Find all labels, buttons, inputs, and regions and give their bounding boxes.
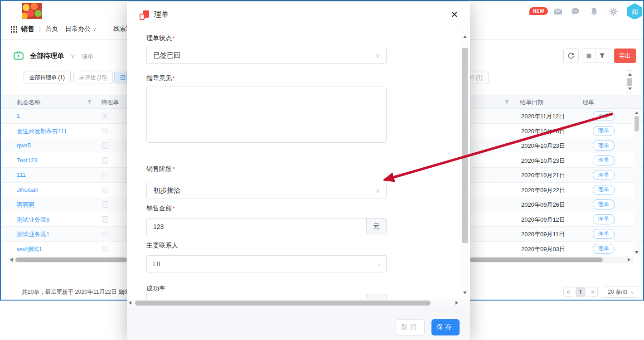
tab-evaluated-partial[interactable]: 已评 — [114, 72, 127, 83]
opportunity-link[interactable]: wwf测试1 — [17, 245, 42, 253]
rate-unit-addon: % — [366, 294, 387, 299]
opportunity-link[interactable]: 发送到发斯蒂芬111 — [17, 127, 67, 136]
process-order-button[interactable]: 理单 — [593, 111, 615, 121]
cancel-button[interactable]: 取消 — [396, 319, 425, 335]
table-hscrollbar-right[interactable] — [470, 257, 633, 263]
filter-button[interactable] — [596, 49, 609, 63]
advice-textarea[interactable] — [146, 87, 387, 143]
process-order-button[interactable]: 理单 — [593, 126, 615, 136]
scroll-down-icon[interactable] — [463, 291, 467, 294]
opportunity-link[interactable]: Jihuisan — [17, 186, 39, 193]
filter-funnel-icon[interactable] — [504, 99, 509, 106]
field-label-contact: 主要联系人 — [146, 242, 178, 250]
prev-page-button[interactable]: < — [563, 287, 573, 297]
export-button[interactable]: 导出 — [614, 49, 636, 63]
refresh-button[interactable] — [563, 49, 579, 63]
app-grid-icon[interactable] — [11, 26, 17, 34]
tabs-scrollbar[interactable] — [626, 70, 633, 93]
field-label-rate: 成功率 — [146, 285, 165, 293]
opportunity-link[interactable]: 1 — [17, 112, 20, 119]
nav-item-home[interactable]: 首页 — [45, 25, 58, 33]
pending-checkbox[interactable] — [102, 128, 108, 134]
scrollbar-thumb[interactable] — [135, 301, 431, 306]
close-date: 2020年10月23日 — [521, 142, 565, 150]
close-date: 2020年11月12日 — [521, 112, 565, 121]
modal-hscrollbar[interactable] — [127, 299, 470, 306]
pending-checkbox[interactable] — [102, 231, 108, 237]
filter-funnel-icon[interactable] — [87, 99, 92, 106]
new-badge[interactable]: NEW — [529, 7, 548, 15]
opportunity-link[interactable]: Test123 — [17, 157, 38, 164]
next-page-button[interactable]: > — [588, 287, 598, 297]
process-order-button[interactable]: 理单 — [593, 214, 615, 224]
process-order-button[interactable]: 理单 — [593, 244, 615, 254]
opportunity-link[interactable]: 测试业务流6 — [17, 216, 49, 224]
modal-vscrollbar[interactable] — [461, 28, 469, 299]
modal-body: 理单状态* 已签已回 ∨ 指导意见* 销售阶段* 初步接洽 ∨ 销售金额* 12… — [127, 28, 460, 299]
modal-footer: 取消 保存 — [127, 306, 470, 340]
process-order-button[interactable]: 理单 — [593, 185, 615, 195]
page-size-select[interactable]: 20 条/页 ∨ — [604, 286, 638, 298]
sales-amount-input[interactable]: 123 — [146, 218, 366, 235]
view-selector[interactable]: 全部待理单 — [30, 52, 64, 60]
current-page[interactable]: 1 — [576, 287, 586, 297]
process-order-button[interactable]: 理单 — [593, 141, 615, 151]
pending-checkbox[interactable] — [102, 201, 108, 208]
scroll-up-icon[interactable] — [635, 112, 639, 114]
pending-checkbox[interactable]: ✓ — [102, 113, 108, 119]
company-logo[interactable] — [22, 3, 42, 20]
process-order-button[interactable]: 理单 — [593, 155, 615, 165]
process-order-button[interactable]: 理单 — [593, 199, 615, 209]
scroll-up-icon[interactable] — [463, 35, 467, 38]
scrollbar-thumb[interactable] — [470, 257, 603, 262]
tab-not-evaluated[interactable]: 未评估 (15) — [73, 72, 113, 83]
save-button[interactable]: 保存 — [431, 319, 460, 335]
scrollbar-thumb[interactable] — [15, 257, 127, 262]
chevron-down-icon: ∨ — [630, 290, 634, 295]
opportunity-link[interactable]: qwe5 — [17, 142, 31, 149]
required-mark: * — [173, 75, 175, 82]
scroll-left-icon[interactable] — [129, 301, 131, 305]
table-vscrollbar[interactable] — [634, 110, 640, 256]
chevron-down-icon[interactable]: ∨ — [71, 53, 74, 59]
order-status-select[interactable]: 已签已回 ∨ — [146, 47, 387, 64]
scroll-right-icon[interactable] — [455, 301, 458, 305]
opportunity-link[interactable]: 啊啊啊 — [17, 201, 34, 209]
scroll-down-icon[interactable] — [635, 251, 639, 254]
mail-icon[interactable] — [553, 7, 563, 17]
scrollbar-thumb[interactable] — [462, 48, 468, 243]
opportunity-link[interactable]: 111 — [17, 171, 26, 178]
nav-separator: | — [39, 24, 41, 32]
sales-stage-select[interactable]: 初步接洽 ∨ — [146, 182, 387, 199]
scroll-up-icon[interactable] — [628, 73, 632, 76]
bell-icon[interactable] — [590, 7, 600, 17]
process-order-button[interactable]: 理单 — [593, 229, 615, 239]
pending-checkbox[interactable] — [102, 157, 108, 164]
process-order-button[interactable]: 理单 — [593, 170, 615, 180]
opportunity-link[interactable]: 测试业务流1 — [17, 230, 49, 238]
view-tv-icon — [14, 51, 24, 62]
sales-amount-field: 123 元 — [146, 218, 387, 235]
avatar[interactable]: 如 — [627, 3, 642, 20]
primary-contact-input[interactable]: LII › — [146, 255, 387, 272]
chat-icon[interactable] — [570, 7, 580, 17]
pending-checkbox[interactable] — [102, 246, 108, 252]
scrollbar-thumb[interactable] — [627, 78, 632, 86]
nav-item-leads[interactable]: 线索获 — [113, 25, 128, 33]
scroll-left-icon[interactable] — [10, 258, 13, 262]
success-rate-input[interactable]: 10.00 — [146, 294, 366, 299]
nav-item-daily[interactable]: 日常办公∨ — [65, 25, 96, 33]
gear-icon[interactable] — [609, 7, 619, 17]
pending-checkbox[interactable] — [102, 172, 108, 178]
table-hscrollbar-left[interactable] — [8, 257, 127, 263]
pending-checkbox[interactable] — [102, 142, 108, 149]
pending-checkbox[interactable] — [102, 187, 108, 193]
scrollbar-thumb[interactable] — [634, 116, 639, 131]
tab-right-partial[interactable]: t1 (1) — [467, 72, 489, 83]
tab-all-pending[interactable]: 全部待理单 (1) — [24, 72, 71, 83]
columns-gear-button[interactable] — [582, 49, 596, 63]
pending-checkbox[interactable] — [102, 216, 108, 223]
scroll-down-icon[interactable] — [628, 87, 632, 90]
scroll-right-icon[interactable] — [628, 258, 630, 262]
close-icon[interactable]: ✕ — [450, 9, 458, 20]
